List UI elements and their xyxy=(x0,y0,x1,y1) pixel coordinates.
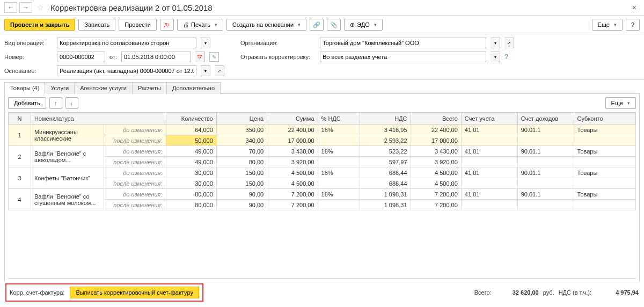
tab-services[interactable]: Услуги xyxy=(45,82,75,94)
help-button[interactable]: ? xyxy=(626,19,640,31)
col-sum[interactable]: Сумма xyxy=(267,113,318,125)
tab-calc[interactable]: Расчеты xyxy=(132,82,167,94)
number-input[interactable] xyxy=(57,52,105,62)
reflect-label: Отражать корректировку: xyxy=(240,54,316,60)
issue-correcting-invoice-button[interactable]: Выписать корректировочный счет-фактуру xyxy=(70,287,199,298)
op-type-dropdown[interactable]: ▾ xyxy=(201,38,210,48)
tab-extra[interactable]: Дополнительно xyxy=(166,82,221,94)
write-button[interactable]: Записать xyxy=(78,19,115,31)
post-and-close-button[interactable]: Провести и закрыть xyxy=(4,19,75,31)
add-row-button[interactable]: Добавить xyxy=(8,97,46,109)
date-input[interactable] xyxy=(121,52,191,62)
edo-button[interactable]: ⊕ ЭДО xyxy=(344,19,383,31)
total-label: Всего: xyxy=(474,289,492,296)
basis-open-button[interactable]: ↗ xyxy=(215,65,224,76)
link-icon[interactable]: 🔗 xyxy=(310,19,324,31)
col-n[interactable]: N xyxy=(9,113,31,125)
col-vatp[interactable]: % НДС xyxy=(318,113,360,125)
calendar-button[interactable]: 📅 xyxy=(195,52,205,62)
grid-more-button[interactable]: Еще xyxy=(605,97,636,109)
more-button[interactable]: Еще xyxy=(592,19,623,31)
tab-agent[interactable]: Агентские услуги xyxy=(74,82,133,94)
vat-label: НДС (в т.ч.): xyxy=(559,289,591,296)
col-price[interactable]: Цена xyxy=(216,113,267,125)
product-name[interactable]: Конфеты "Батончик" xyxy=(31,167,104,189)
table-row[interactable]: 3Конфеты "Батончик"до изменения:30,00015… xyxy=(9,167,636,178)
table-row[interactable]: 2Вафли "Венские" с шоколадом...до измене… xyxy=(9,146,636,157)
col-sub[interactable]: Субконто xyxy=(574,113,635,125)
basis-input[interactable] xyxy=(57,65,196,76)
rub-label: руб. xyxy=(543,289,554,296)
vat-value: 4 975,94 xyxy=(596,289,639,296)
dt-kt-icon[interactable]: Дт xyxy=(160,19,174,31)
op-type-input[interactable] xyxy=(57,38,196,48)
col-nom[interactable]: Номенклатура xyxy=(31,113,166,125)
favorite-star-icon[interactable]: ☆ xyxy=(34,2,46,13)
nav-forward-button[interactable]: → xyxy=(19,2,32,13)
org-input[interactable] xyxy=(320,38,486,48)
col-acct[interactable]: Счет учета xyxy=(461,113,517,125)
tab-goods[interactable]: Товары (4) xyxy=(4,82,45,94)
move-down-button[interactable]: ↓ xyxy=(65,97,78,109)
invoice-highlight-box: Корр. счет-фактура: Выписать корректиров… xyxy=(5,283,203,302)
kf-label: Корр. счет-фактура: xyxy=(10,289,64,296)
basis-dropdown[interactable]: ▾ xyxy=(201,65,210,76)
org-open-button[interactable]: ↗ xyxy=(504,38,514,48)
reflect-dropdown[interactable]: ▾ xyxy=(491,52,500,62)
help-icon[interactable]: ? xyxy=(504,53,508,61)
attach-icon[interactable]: 📎 xyxy=(327,19,341,31)
basis-label: Основание: xyxy=(4,68,53,74)
goods-table: N Номенклатура Количество Цена Сумма % Н… xyxy=(8,112,636,210)
product-name[interactable]: Вафли "Венские" с шоколадом... xyxy=(31,146,104,167)
col-inc[interactable]: Счет доходов xyxy=(517,113,574,125)
total-value: 32 620,00 xyxy=(496,289,539,296)
product-name[interactable]: Вафли "Венские" со сгущенным молоком... xyxy=(31,189,104,210)
col-vat[interactable]: НДС xyxy=(360,113,411,125)
number-label: Номер: xyxy=(4,54,53,60)
table-row[interactable]: 1Миникруассаны классическиедо изменения:… xyxy=(9,125,636,135)
manual-edit-icon[interactable]: ✎ xyxy=(209,52,219,62)
from-label: от: xyxy=(109,54,117,60)
org-dropdown[interactable]: ▾ xyxy=(491,38,500,48)
reflect-input[interactable] xyxy=(320,52,486,62)
org-label: Организация: xyxy=(240,40,316,46)
col-total[interactable]: Всего xyxy=(411,113,461,125)
create-based-button[interactable]: Создать на основании xyxy=(226,19,306,31)
product-name[interactable]: Миникруассаны классические xyxy=(31,125,104,146)
table-row[interactable]: 4Вафли "Венские" со сгущенным молоком...… xyxy=(9,189,636,200)
move-up-button[interactable]: ↑ xyxy=(49,97,62,109)
post-button[interactable]: Провести xyxy=(119,19,157,31)
col-qty[interactable]: Количество xyxy=(166,113,216,125)
print-button[interactable]: 🖨 Печать xyxy=(177,19,223,31)
close-button[interactable]: × xyxy=(629,3,640,12)
nav-back-button[interactable]: ← xyxy=(4,2,17,13)
page-title: Корректировка реализации 2 от 01.05.2018 xyxy=(50,3,627,12)
op-type-label: Вид операции: xyxy=(4,40,53,46)
